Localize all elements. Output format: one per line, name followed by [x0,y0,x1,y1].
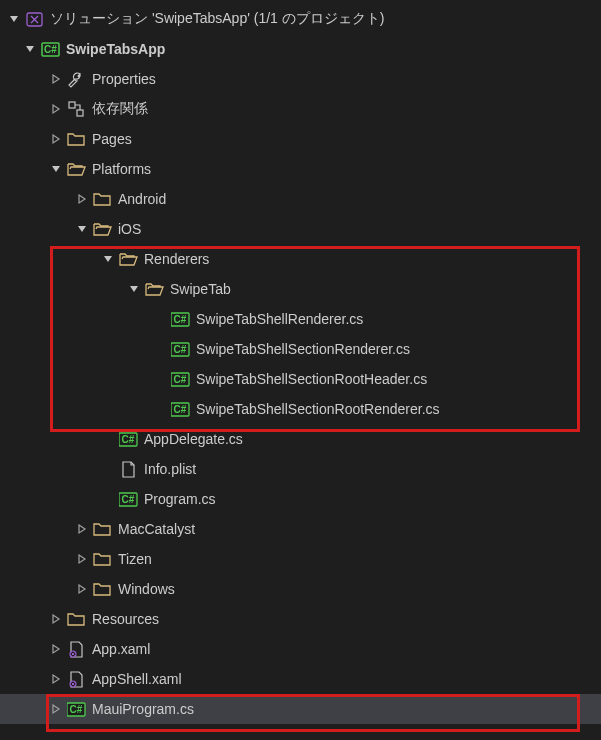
tree-item-pages[interactable]: Pages [0,124,601,154]
chevron-right-icon[interactable] [74,581,90,597]
tree-item-properties[interactable]: Properties [0,64,601,94]
item-label: SwipeTabShellSectionRootHeader.cs [196,371,427,387]
tree-item-platforms[interactable]: Platforms [0,154,601,184]
item-label: Renderers [144,251,209,267]
item-label: Properties [92,71,156,87]
folder-icon [66,129,86,149]
folder-open-icon [118,249,138,269]
tree-item-appshell[interactable]: AppShell.xaml [0,664,601,694]
item-label: Resources [92,611,159,627]
solution-explorer-tree: ソリューション 'SwipeTabsApp' (1/1 のプロジェクト) Swi… [0,0,601,724]
chevron-right-icon[interactable] [74,521,90,537]
csharp-file-icon [170,309,190,329]
folder-open-icon [144,279,164,299]
xaml-file-icon [66,639,86,659]
folder-open-icon [66,159,86,179]
tree-item-resources[interactable]: Resources [0,604,601,634]
folder-open-icon [92,219,112,239]
chevron-right-icon[interactable] [74,191,90,207]
item-label: SwipeTab [170,281,231,297]
item-label: MacCatalyst [118,521,195,537]
tree-item-file[interactable]: SwipeTabShellSectionRenderer.cs [0,334,601,364]
folder-icon [92,519,112,539]
csharp-file-icon [170,339,190,359]
item-label: Android [118,191,166,207]
item-label: SwipeTabShellRenderer.cs [196,311,363,327]
csharp-file-icon [170,369,190,389]
tree-item-swipetab[interactable]: SwipeTab [0,274,601,304]
chevron-down-icon[interactable] [74,221,90,237]
chevron-right-icon[interactable] [48,671,64,687]
tree-item-file[interactable]: Info.plist [0,454,601,484]
csharp-file-icon [118,489,138,509]
csproj-icon [40,39,60,59]
xaml-file-icon [66,669,86,689]
project-row[interactable]: SwipeTabsApp [0,34,601,64]
tree-item-android[interactable]: Android [0,184,601,214]
item-label: Program.cs [144,491,216,507]
csharp-file-icon [170,399,190,419]
item-label: Platforms [92,161,151,177]
item-label: SwipeTabShellSectionRootRenderer.cs [196,401,440,417]
chevron-right-icon[interactable] [48,131,64,147]
item-label: Pages [92,131,132,147]
tree-item-file[interactable]: SwipeTabShellRenderer.cs [0,304,601,334]
item-label: 依存関係 [92,100,148,118]
csharp-file-icon [66,699,86,719]
dependencies-icon [66,99,86,119]
item-label: iOS [118,221,141,237]
tree-item-renderers[interactable]: Renderers [0,244,601,274]
tree-item-mauiprogram[interactable]: MauiProgram.cs [0,694,601,724]
folder-icon [92,579,112,599]
item-label: Windows [118,581,175,597]
chevron-right-icon[interactable] [48,71,64,87]
csharp-file-icon [118,429,138,449]
solution-row[interactable]: ソリューション 'SwipeTabsApp' (1/1 のプロジェクト) [0,4,601,34]
folder-icon [92,189,112,209]
chevron-right-icon[interactable] [48,611,64,627]
tree-item-windows[interactable]: Windows [0,574,601,604]
chevron-down-icon[interactable] [126,281,142,297]
tree-item-maccatalyst[interactable]: MacCatalyst [0,514,601,544]
tree-item-tizen[interactable]: Tizen [0,544,601,574]
item-label: SwipeTabShellSectionRenderer.cs [196,341,410,357]
item-label: App.xaml [92,641,150,657]
chevron-down-icon[interactable] [22,41,38,57]
tree-item-file[interactable]: AppDelegate.cs [0,424,601,454]
tree-item-appxaml[interactable]: App.xaml [0,634,601,664]
wrench-icon [66,69,86,89]
solution-label: ソリューション 'SwipeTabsApp' (1/1 のプロジェクト) [50,10,384,28]
chevron-down-icon[interactable] [100,251,116,267]
item-label: Info.plist [144,461,196,477]
tree-item-dependencies[interactable]: 依存関係 [0,94,601,124]
item-label: Tizen [118,551,152,567]
solution-icon [24,9,44,29]
folder-icon [66,609,86,629]
item-label: AppShell.xaml [92,671,182,687]
tree-item-ios[interactable]: iOS [0,214,601,244]
chevron-right-icon[interactable] [48,101,64,117]
file-icon [118,459,138,479]
chevron-down-icon[interactable] [48,161,64,177]
project-label: SwipeTabsApp [66,41,165,57]
tree-item-file[interactable]: SwipeTabShellSectionRootHeader.cs [0,364,601,394]
item-label: AppDelegate.cs [144,431,243,447]
chevron-right-icon[interactable] [48,701,64,717]
chevron-right-icon[interactable] [74,551,90,567]
tree-item-file[interactable]: SwipeTabShellSectionRootRenderer.cs [0,394,601,424]
chevron-down-icon[interactable] [6,11,22,27]
item-label: MauiProgram.cs [92,701,194,717]
folder-icon [92,549,112,569]
tree-item-file[interactable]: Program.cs [0,484,601,514]
chevron-right-icon[interactable] [48,641,64,657]
